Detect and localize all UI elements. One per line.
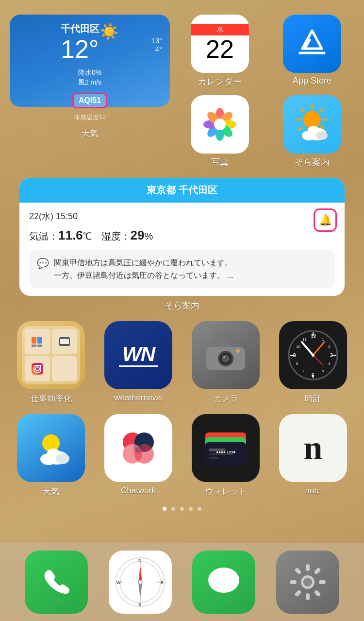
svg-rect-103 bbox=[294, 567, 302, 575]
photos-app[interactable]: 写真 bbox=[178, 95, 262, 168]
svg-text:1: 1 bbox=[322, 337, 324, 342]
weathernews-icon: WN bbox=[104, 321, 172, 389]
calendar-label: カレンダー bbox=[198, 76, 242, 87]
note-letter: n bbox=[304, 429, 323, 467]
svg-marker-35 bbox=[219, 342, 232, 347]
dock-phone[interactable] bbox=[25, 551, 88, 614]
page-dots bbox=[0, 507, 364, 511]
soranai-icon bbox=[283, 95, 341, 154]
weathernews-app[interactable]: WN weathernews bbox=[97, 321, 180, 404]
folder-app[interactable]: 仕事効率化 bbox=[10, 321, 92, 404]
svg-text:7: 7 bbox=[302, 369, 305, 373]
weather-app-small[interactable]: 天気 bbox=[10, 414, 92, 497]
page-dot-2 bbox=[171, 507, 175, 511]
svg-rect-106 bbox=[314, 589, 321, 597]
folder-icon bbox=[17, 321, 85, 389]
camera-icon bbox=[192, 321, 260, 389]
sun-icon: ☀️ bbox=[99, 22, 119, 41]
soranai-svg bbox=[290, 103, 334, 146]
page-dot-4 bbox=[189, 507, 193, 511]
calendar-app[interactable]: 水 22 カレンダー bbox=[178, 15, 262, 87]
sora-widget-container: 東京都 千代田区 22(水) 15:50 🔔 気温：11.6℃ 湿度：29% 💬… bbox=[10, 178, 354, 311]
appstore-label: App Store bbox=[293, 76, 331, 86]
app-grid: 仕事効率化 WN weathernews bbox=[10, 321, 354, 497]
clock-face-container: 12 3 6 9 1 2 4 5 7 8 10 11 bbox=[286, 328, 340, 382]
calendar-weekday: 水 bbox=[191, 24, 249, 35]
sora-message: 関東甲信地方は高気圧に緩やかに覆われています。一方、伊豆諸島付近は気圧の谷となっ… bbox=[54, 257, 233, 281]
svg-text:S: S bbox=[138, 602, 141, 607]
weather-widget[interactable]: 千代田区 12° ☀️ 13° 4° 降水 0% 風 2 m/s AQI 51 … bbox=[10, 15, 170, 107]
wn-text: WN bbox=[122, 344, 154, 364]
folder-mini-insta bbox=[25, 356, 50, 381]
svg-point-68 bbox=[56, 453, 69, 464]
svg-rect-25 bbox=[37, 337, 42, 344]
phone-svg bbox=[39, 565, 73, 599]
chatwork-svg bbox=[114, 424, 163, 472]
svg-rect-102 bbox=[319, 580, 326, 584]
svg-text:9: 9 bbox=[293, 353, 296, 358]
dock-safari[interactable]: N S W E bbox=[109, 551, 172, 614]
sora-temp-value: 11.6 bbox=[58, 228, 83, 242]
svg-point-10 bbox=[214, 119, 226, 130]
sora-humidity-value: 29 bbox=[131, 228, 145, 242]
dock-messages[interactable] bbox=[192, 551, 255, 614]
weather-details: 降水 0% 風 2 m/s bbox=[78, 68, 101, 87]
svg-rect-79 bbox=[209, 457, 218, 459]
dock: N S W E bbox=[0, 543, 364, 621]
svg-point-23 bbox=[316, 131, 328, 140]
svg-rect-26 bbox=[32, 345, 36, 347]
weather-app-svg bbox=[27, 424, 75, 472]
folder-label: 仕事効率化 bbox=[31, 393, 72, 404]
top-right-grid: 水 22 カレンダー App Store bbox=[178, 15, 354, 168]
svg-point-90 bbox=[138, 580, 142, 584]
settings-svg bbox=[286, 560, 330, 604]
svg-text:8: 8 bbox=[296, 362, 298, 366]
soranai-app[interactable]: そら案内 bbox=[270, 95, 354, 168]
sora-datetime: 22(水) 15:50 bbox=[29, 210, 335, 222]
appstore-app[interactable]: App Store bbox=[270, 15, 354, 87]
photos-label: 写真 bbox=[211, 156, 229, 168]
camera-app[interactable]: カメラ bbox=[184, 321, 267, 404]
folder-inner bbox=[22, 326, 80, 384]
note-icon-box: n bbox=[279, 414, 347, 482]
page-dot-3 bbox=[180, 507, 184, 511]
svg-line-16 bbox=[301, 109, 303, 111]
svg-text:10: 10 bbox=[296, 345, 300, 349]
chatwork-app[interactable]: Chatwork bbox=[97, 414, 180, 497]
page-dot-1 bbox=[163, 507, 166, 511]
chat-bubble-icon: 💬 bbox=[37, 258, 49, 269]
folder-mini-empty bbox=[52, 356, 77, 381]
wallet-app[interactable]: ●●●● 1234 ウォレット bbox=[184, 414, 267, 497]
svg-rect-29 bbox=[60, 339, 69, 344]
svg-point-38 bbox=[222, 355, 230, 362]
calendar-icon: 水 22 bbox=[191, 15, 249, 73]
svg-rect-101 bbox=[290, 580, 297, 584]
svg-text:3: 3 bbox=[330, 353, 333, 358]
weathernews-label: weathernews bbox=[114, 393, 163, 403]
svg-point-41 bbox=[237, 350, 239, 352]
svg-point-62 bbox=[312, 354, 314, 357]
sora-header-text: 東京都 千代田区 bbox=[147, 185, 217, 195]
svg-text:N: N bbox=[138, 558, 142, 563]
notification-icon: 🔔 bbox=[319, 214, 332, 226]
svg-text:W: W bbox=[116, 580, 121, 585]
sora-widget-label: そら案内 bbox=[10, 300, 354, 311]
notification-button[interactable]: 🔔 bbox=[314, 208, 337, 232]
clock-app[interactable]: 12 3 6 9 1 2 4 5 7 8 10 11 bbox=[272, 321, 354, 404]
dock-settings[interactable] bbox=[276, 551, 339, 614]
note-app[interactable]: n note bbox=[272, 414, 354, 497]
note-label: note bbox=[305, 486, 321, 496]
page-dot-5 bbox=[198, 507, 201, 511]
svg-line-19 bbox=[299, 128, 301, 130]
appstore-icon bbox=[283, 15, 341, 73]
svg-point-39 bbox=[223, 356, 225, 358]
top-row: 千代田区 12° ☀️ 13° 4° 降水 0% 風 2 m/s AQI 51 … bbox=[0, 0, 364, 168]
svg-line-18 bbox=[321, 109, 323, 111]
weather-feels: 体感温度 12 bbox=[74, 113, 106, 122]
weather-temp: 12° bbox=[61, 36, 99, 62]
soranai-label: そら案内 bbox=[295, 156, 330, 168]
photos-icon bbox=[191, 95, 249, 154]
sora-temp-row: 気温：11.6℃ 湿度：29% bbox=[29, 228, 335, 243]
messages-icon bbox=[192, 551, 255, 614]
svg-point-73 bbox=[133, 443, 143, 453]
